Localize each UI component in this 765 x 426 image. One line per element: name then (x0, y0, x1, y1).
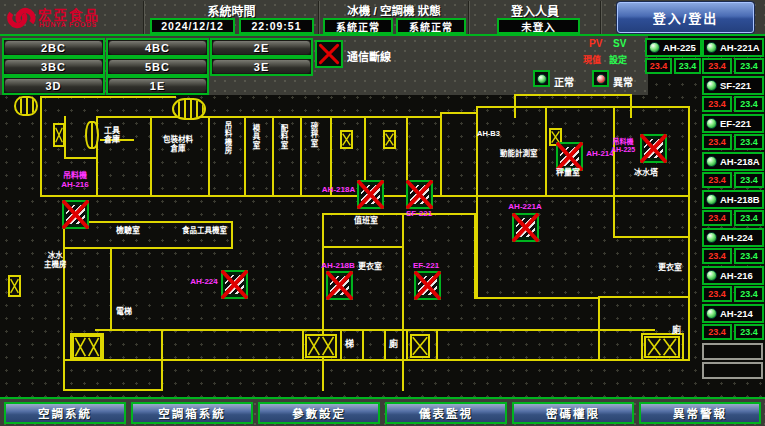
room-label: 更衣室 (658, 263, 688, 272)
equipment-icon-ah-214[interactable] (556, 142, 583, 171)
login-logout-button[interactable]: 登入/登出 (617, 2, 754, 33)
wall-segment (641, 333, 643, 361)
nav-password-rights[interactable]: 密碼權限 (512, 402, 634, 424)
wall-segment (402, 213, 404, 391)
wall-segment (322, 213, 324, 391)
sidebar-unit-sf-221[interactable]: SF-221 (702, 76, 764, 95)
floor-button-1e[interactable]: 1E (106, 76, 209, 95)
shaft-marker-icon (8, 275, 21, 297)
nav-parameter-setup[interactable]: 參數設定 (258, 402, 380, 424)
room-label: 磅秤室 (308, 122, 319, 148)
equipment-label: EF-221 (410, 262, 442, 271)
unit-values: 23.4 23.4 (702, 324, 764, 340)
room-label: AH-B3 (477, 130, 500, 139)
sidebar-unit-ah-214[interactable]: AH-214 (702, 304, 764, 323)
status-led (706, 42, 717, 53)
room-label: 冰水 主機房 (44, 252, 67, 269)
unit-name: AH-218B (720, 194, 760, 205)
floor-button-3d[interactable]: 3D (2, 76, 105, 95)
unit-values: 23.4 23.4 (702, 248, 764, 264)
sidebar-unit-ah-224[interactable]: AH-224 (702, 228, 764, 247)
unit-values: 23.4 23.4 (645, 58, 701, 74)
unit-values: 23.4 23.4 (702, 134, 764, 150)
floor-plan: 吊料機 AH-216 AH-224 AH-218A SF-221 AH-221A… (0, 95, 765, 397)
room-label: 電梯 (116, 307, 132, 316)
machine-status-label: 冰機 / 空調機 狀態 (320, 2, 468, 18)
wall-segment (40, 96, 176, 98)
floor-button-2e[interactable]: 2E (210, 38, 313, 57)
floor-button-4bc[interactable]: 4BC (106, 38, 209, 57)
wall-segment (96, 116, 442, 118)
equipment-label: 吊料機 AH-216 (50, 172, 100, 190)
equipment-icon-ah-221a[interactable] (512, 213, 539, 242)
wall-segment (64, 157, 98, 159)
wall-segment (63, 221, 65, 391)
sidebar-unit-ah-218b[interactable]: AH-218B (702, 190, 764, 209)
unit-name: AH-214 (720, 308, 753, 319)
pv-value: 23.4 (702, 324, 732, 340)
shaft-marker-icon (410, 334, 430, 358)
floor-button-3bc[interactable]: 3BC (2, 57, 105, 76)
unit-values: 23.4 23.4 (702, 286, 764, 302)
floor-button-3e[interactable]: 3E (210, 57, 313, 76)
system-time-value: 22:09:51 (239, 18, 314, 34)
abnormal-led-icon (592, 70, 609, 87)
wall-segment (161, 329, 163, 391)
comm-loss-label: 通信斷線 (347, 48, 391, 64)
equipment-icon-ah-218a[interactable] (357, 180, 384, 209)
equipment-icon-ah-218b[interactable] (326, 271, 353, 300)
nav-ahu-system[interactable]: 空調箱系統 (131, 402, 253, 424)
shaft-marker-icon (340, 130, 353, 149)
divider (600, 1, 602, 34)
wall-segment (150, 116, 152, 197)
equipment-icon-sf-221[interactable] (406, 180, 433, 209)
equipment-icon-ah-224[interactable] (221, 270, 248, 299)
floor-button-5bc[interactable]: 5BC (106, 57, 209, 76)
unit-values: 23.4 23.4 (702, 172, 764, 188)
pv-value: 23.4 (645, 58, 672, 74)
room-label: 廁 (672, 325, 681, 335)
wall-segment (40, 96, 42, 197)
sidebar-unit-ah-225[interactable]: AH-225 (645, 38, 702, 57)
wall-segment (384, 331, 386, 361)
stair-icon (85, 121, 99, 149)
nav-meter-monitor[interactable]: 儀表監視 (385, 402, 507, 424)
wall-segment (630, 94, 632, 118)
equipment-icon-ah-216[interactable] (62, 200, 89, 229)
unit-name: AH-224 (720, 232, 753, 243)
equipment-icon-ef-221[interactable] (414, 271, 441, 300)
wall-segment (688, 106, 690, 361)
equipment-label: SF-221 (403, 210, 435, 219)
wall-segment (474, 213, 476, 299)
sv-value: 23.4 (734, 248, 764, 264)
sidebar-unit-ah-221a[interactable]: AH-221A (702, 38, 764, 57)
wall-segment (300, 116, 302, 197)
pv-label: PV (589, 38, 602, 49)
wall-segment (477, 297, 600, 299)
room-label: 冰水塔 (634, 168, 658, 177)
wall-segment (95, 329, 655, 331)
room-label: 秤量室 (556, 168, 580, 177)
floor-button-2bc[interactable]: 2BC (2, 38, 105, 57)
shaft-marker-icon (53, 123, 65, 147)
pv-value: 23.4 (702, 96, 732, 112)
equipment-icon-ah-225[interactable] (640, 134, 667, 163)
scada-hvac-app: 宏亞食品 HUNYA FOODS 系統時間 2024/12/12 22:09:5… (0, 0, 765, 426)
room-label: 配料室 (278, 124, 289, 150)
sidebar-unit-ef-221[interactable]: EF-221 (702, 114, 764, 133)
status-led (706, 80, 717, 91)
pv-value: 23.4 (702, 248, 732, 264)
unit-name: AH-221A (720, 42, 760, 53)
wall-segment (322, 213, 476, 215)
equipment-label: 吊料機 AH-225 (608, 138, 638, 153)
wall-segment (244, 116, 246, 197)
sidebar-unit-ah-218a[interactable]: AH-218A (702, 152, 764, 171)
wall-segment (208, 116, 210, 197)
equipment-label: AH-221A (506, 203, 544, 212)
status-led (706, 194, 717, 205)
normal-led-icon (533, 70, 550, 87)
sidebar-unit-ah-216[interactable]: AH-216 (702, 266, 764, 285)
nav-alarm[interactable]: 異常警報 (639, 402, 761, 424)
nav-hvac-system[interactable]: 空調系統 (4, 402, 126, 424)
equipment-label: AH-218A (321, 186, 356, 195)
